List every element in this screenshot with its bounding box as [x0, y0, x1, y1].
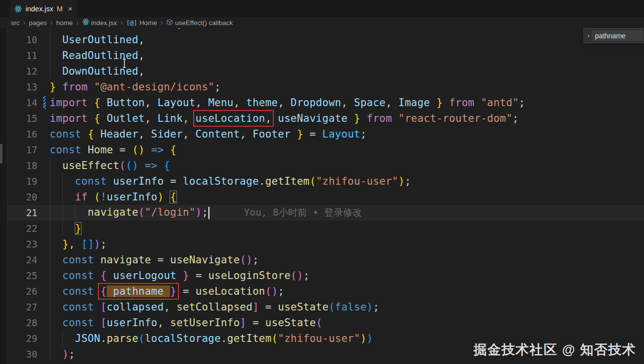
panel-scrollbar-thumb[interactable] [0, 144, 2, 164]
code-token: ( [126, 160, 132, 171]
code-token [430, 97, 437, 109]
code-line-18[interactable]: 18 useEffect(() => { [7, 158, 644, 173]
code-line-15[interactable]: 15import { Outlet, Link, useLocation, us… [7, 111, 644, 126]
code-token: } [297, 128, 303, 140]
code-token: ) [297, 270, 303, 281]
code-token [189, 285, 196, 297]
code-token [50, 160, 62, 171]
indent-guide [50, 331, 50, 346]
code-line-16[interactable]: 16const { Header, Sider, Content, Footer… [7, 126, 644, 142]
code-token: , [139, 34, 145, 46]
breadcrumb-item-index-jsx[interactable]: index.jsx [82, 18, 117, 27]
code-line-13[interactable]: 13} from "@ant-design/icons"; [7, 79, 644, 95]
code-token: ( [316, 317, 322, 329]
git-blame-annotation: You, 8小时前 • 登录修改 [209, 207, 362, 218]
code-token [348, 112, 354, 124]
code-token [113, 144, 119, 156]
breadcrumb-label: index.jsx [91, 19, 117, 27]
close-icon[interactable]: × [68, 4, 73, 13]
code-token [107, 270, 113, 281]
code-token: useLoginStore [208, 270, 291, 281]
code-line-9[interactable]: 9 MenuUnfoldOutlined, [7, 28, 644, 32]
annotation-red-box: useLocation, [196, 112, 272, 124]
code-line-26[interactable]: 26 const { pathname } = useLocation(); [7, 283, 644, 299]
code-token: Layout [322, 128, 360, 140]
code-editor[interactable]: 9 MenuUnfoldOutlined,10 UserOutlined,11 … [7, 28, 644, 364]
tab-index-jsx[interactable]: index.jsx M × [10, 0, 77, 17]
code-token: useNavigate [170, 254, 240, 266]
code-token: userLogout [113, 270, 176, 281]
code-token [81, 128, 88, 140]
code-token: "antd" [481, 97, 519, 109]
code-line-21[interactable]: 21 navigate("/login"); You, 8小时前 • 登录修改 [7, 205, 644, 221]
code-line-28[interactable]: 28 const [userInfo, setUserInfo] = useSt… [7, 315, 644, 331]
find-input[interactable]: pathname [592, 30, 643, 41]
code-line-19[interactable]: 19 const userInfo = localStorage.getItem… [7, 173, 644, 189]
code-line-14[interactable]: 14import { Button, Layout, Menu, theme, … [7, 95, 644, 111]
code-token [139, 160, 145, 171]
code-token: [ [82, 238, 88, 250]
code-token [271, 112, 278, 124]
code-token: from [62, 81, 88, 93]
code-line-27[interactable]: 27 const [collapsed, setCollapsed] = use… [7, 299, 644, 315]
line-text: const { userLogout } = useLoginStore(); [50, 270, 310, 281]
tab-bar: index.jsx M × [0, 0, 644, 17]
code-token: Footer [253, 128, 291, 140]
code-line-12[interactable]: 12 DownOutlined, [7, 63, 644, 79]
code-token: UserOutlined [62, 34, 139, 46]
code-token: Outlet [107, 112, 145, 124]
indent-guide [62, 221, 63, 236]
code-token: ; [360, 128, 367, 140]
breadcrumb-item-src[interactable]: src [11, 19, 20, 27]
code-token: userInfo [113, 175, 164, 187]
code-token: "/login" [145, 206, 195, 218]
code-token: , [176, 28, 183, 30]
code-token: const [75, 175, 107, 187]
code-token [94, 301, 100, 313]
code-token: useState [265, 317, 316, 329]
code-token: . [100, 333, 107, 344]
breadcrumb-separator-icon: › [50, 19, 53, 27]
code-token [202, 270, 208, 281]
line-text: UserOutlined, [50, 34, 145, 46]
breadcrumb-item-home[interactable]: home [56, 19, 73, 27]
code-line-20[interactable]: 20 if (!userInfo) { [7, 189, 644, 205]
code-line-25[interactable]: 25 const { userLogout } = useLoginStore(… [7, 268, 644, 283]
code-token: Layout [157, 97, 195, 109]
code-token: setCollapsed [176, 301, 253, 313]
code-token: , [183, 128, 196, 140]
code-token [56, 81, 62, 93]
line-number: 20 [7, 192, 37, 202]
code-line-24[interactable]: 24 const navigate = useNavigate(); [7, 252, 644, 268]
line-text: ReadOutlined, [50, 50, 145, 61]
code-token: ; [253, 254, 259, 266]
line-number: 28 [7, 317, 37, 328]
breadcrumb-item-home[interactable]: [@]Home [126, 19, 157, 27]
find-expand-chevron-icon[interactable]: › [584, 32, 592, 39]
code-token: , [139, 50, 145, 61]
code-token: Link [157, 112, 183, 124]
code-token: ( [240, 254, 246, 266]
code-token: } [62, 238, 69, 250]
line-text: if (!userInfo) { [50, 191, 176, 203]
breadcrumb-item-pages[interactable]: pages [29, 19, 47, 27]
code-line-11[interactable]: 11 ReadOutlined, [7, 48, 644, 63]
code-token [94, 270, 100, 281]
code-token: Home [88, 144, 113, 156]
code-token: useEffect [62, 160, 119, 171]
code-line-10[interactable]: 10 UserOutlined, [7, 32, 644, 48]
line-number: 21 [7, 207, 37, 218]
code-token: Button [107, 97, 145, 109]
code-token: const [62, 301, 94, 313]
code-token: ] [240, 317, 246, 329]
code-line-22[interactable]: 22 } [7, 221, 644, 236]
code-token: = [170, 175, 176, 187]
line-number: 11 [7, 50, 37, 61]
breadcrumb-item-useeffect-callback[interactable]: useEffect() callback [166, 19, 233, 27]
code-token: theme [246, 97, 278, 109]
code-token [50, 348, 62, 360]
code-line-23[interactable]: 23 }, []); [7, 236, 644, 252]
code-line-17[interactable]: 17const Home = () => { [7, 142, 644, 158]
code-token: parse [107, 333, 138, 344]
code-token: } [354, 112, 360, 124]
